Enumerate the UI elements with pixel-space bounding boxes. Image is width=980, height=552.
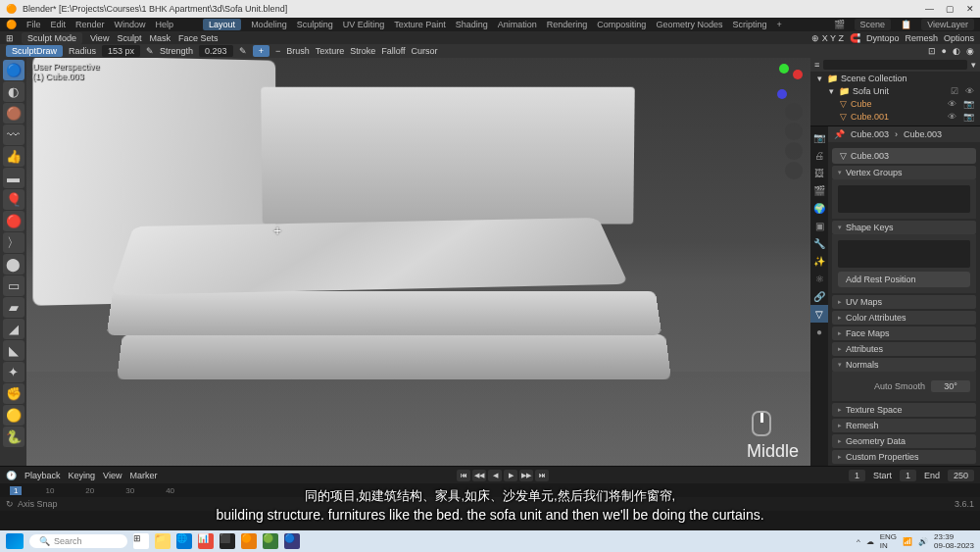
onedrive-icon[interactable]: ☁ [866, 537, 874, 546]
timeline-type-icon[interactable]: 🕐 [6, 471, 17, 480]
menu-facesets[interactable]: Face Sets [178, 33, 219, 43]
modifier-tab[interactable]: 🔧 [810, 234, 828, 252]
outliner-row[interactable]: ▾📁Sofa Unit☑ 👁 [810, 84, 980, 97]
falloff-menu[interactable]: Falloff [381, 46, 405, 56]
smooth-tool[interactable]: ⬤ [3, 254, 24, 275]
workspace-tab[interactable]: UV Editing [343, 20, 385, 29]
end-frame-field[interactable]: 250 [948, 470, 974, 481]
3d-viewport[interactable]: + User Perspective (1) Cube.003 Middle [26, 58, 810, 466]
workspace-tab[interactable]: Compositing [597, 20, 646, 29]
editor-type-icon[interactable]: ⊞ [6, 33, 14, 43]
shading-wireframe-icon[interactable]: ⊡ [928, 46, 936, 56]
edge-icon[interactable]: 🌐 [176, 533, 192, 549]
outliner-row[interactable]: ▾📁Scene Collection [810, 72, 980, 84]
mesh-data-tab[interactable]: ▽ [810, 305, 828, 323]
workspace-tab[interactable]: Scripting [732, 20, 766, 29]
workspace-tab[interactable]: Shading [456, 20, 488, 29]
filter-icon[interactable]: ▾ [971, 60, 976, 70]
marker-menu[interactable]: Marker [129, 471, 157, 480]
menu-file[interactable]: File [26, 20, 41, 29]
face-maps-panel[interactable]: ▸Face Maps [832, 326, 976, 340]
play-button[interactable]: ▶ [504, 470, 517, 481]
constraint-tab[interactable]: 🔗 [810, 287, 828, 305]
options-dropdown[interactable]: Options [944, 33, 974, 43]
scene-tab[interactable]: 🎬 [810, 181, 828, 199]
shading-solid-icon[interactable]: ● [942, 46, 947, 56]
workspace-tab[interactable]: Geometry Nodes [656, 20, 722, 29]
workspace-tab[interactable]: Modeling [251, 20, 287, 29]
workspace-tab[interactable]: Animation [498, 20, 537, 29]
dyntopo-toggle[interactable]: Dyntopo [866, 33, 900, 43]
current-frame-field[interactable]: 1 [849, 470, 865, 481]
menu-help[interactable]: Help [156, 20, 174, 29]
radius-field[interactable]: 153 px [102, 45, 140, 57]
menu-sculpt[interactable]: Sculpt [117, 33, 141, 43]
add-workspace-button[interactable]: + [776, 20, 781, 29]
taskview-icon[interactable]: ⊞ [133, 533, 149, 549]
axis-x-icon[interactable] [793, 70, 803, 79]
minimize-button[interactable]: — [925, 4, 934, 14]
keyframe-next-button[interactable]: ▶▶ [519, 470, 533, 481]
uv-maps-panel[interactable]: ▸UV Maps [832, 295, 976, 309]
clay-tool[interactable]: 🟤 [3, 103, 24, 124]
perspective-button[interactable] [785, 162, 803, 179]
menu-view[interactable]: View [90, 33, 109, 43]
app-icon[interactable]: 📊 [198, 533, 214, 549]
clock[interactable]: 23:3909-08-2023 [934, 532, 974, 550]
app-icon[interactable]: 🟢 [263, 533, 278, 549]
pressure-radius-icon[interactable]: ✎ [146, 46, 154, 56]
taskbar-search[interactable]: 🔍 Search [29, 534, 127, 548]
nav-gizmo[interactable] [767, 64, 803, 99]
texture-space-panel[interactable]: ▸Texture Space [832, 403, 976, 417]
remesh-panel[interactable]: ▸Remesh [832, 419, 976, 432]
axis-z-icon[interactable] [777, 89, 787, 99]
normals-panel[interactable]: ▾Normals [832, 358, 976, 372]
stroke-menu[interactable]: Stroke [350, 46, 375, 56]
maximize-button[interactable]: ▢ [946, 4, 955, 14]
keyframe-prev-button[interactable]: ◀◀ [472, 470, 486, 481]
outliner-row[interactable]: ▽Cube👁 📷 [810, 97, 980, 110]
direction-sub-button[interactable]: − [275, 46, 280, 56]
viewlayer-tab[interactable]: 🖼 [810, 164, 828, 181]
scene-selector[interactable]: Scene [855, 19, 892, 30]
jump-start-button[interactable]: ⏮ [457, 470, 470, 481]
playback-menu[interactable]: Playback [24, 471, 61, 480]
blender-taskbar-icon[interactable]: 🟠 [241, 533, 257, 549]
layer-tool[interactable]: ▬ [3, 168, 24, 188]
attributes-panel[interactable]: ▸Attributes [832, 342, 976, 356]
physics-tab[interactable]: ⚛ [810, 270, 828, 287]
geometry-data-panel[interactable]: ▸Geometry Data [832, 434, 976, 448]
camera-button[interactable] [785, 142, 803, 160]
breadcrumb-data[interactable]: Cube.003 [904, 129, 942, 139]
inflate-tool[interactable]: 🎈 [3, 189, 24, 210]
grab-tool[interactable]: ✊ [3, 383, 24, 404]
custom-properties-panel[interactable]: ▸Custom Properties [832, 450, 976, 464]
workspace-tab[interactable]: Rendering [547, 20, 588, 29]
outliner-row[interactable]: ▽Cube.001👁 📷 [810, 110, 980, 123]
tray-chevron-icon[interactable]: ^ [857, 537, 860, 546]
start-button[interactable] [6, 533, 24, 549]
workspace-tab[interactable]: Texture Paint [394, 20, 446, 29]
shading-matprev-icon[interactable]: ◐ [953, 46, 960, 56]
outliner-type-icon[interactable]: ≡ [814, 60, 819, 70]
vertex-groups-panel[interactable]: ▾Vertex Groups [832, 166, 976, 179]
output-tab[interactable]: 🖨 [810, 146, 828, 164]
multiplane-tool[interactable]: ◣ [3, 340, 24, 361]
start-frame-field[interactable]: 1 [900, 470, 916, 481]
wifi-icon[interactable]: 📶 [903, 537, 912, 546]
scrape-tool[interactable]: ◢ [3, 319, 24, 339]
clay-strips-tool[interactable]: 〰 [3, 125, 24, 145]
pan-button[interactable] [785, 123, 803, 140]
render-tab[interactable]: 📷 [810, 128, 828, 146]
brush-preset[interactable]: SculptDraw [6, 45, 63, 57]
cursor-menu[interactable]: Cursor [412, 46, 438, 56]
flatten-tool[interactable]: ▭ [3, 276, 24, 296]
view-menu[interactable]: View [103, 471, 122, 480]
brush-menu[interactable]: Brush [286, 46, 310, 56]
remesh-dropdown[interactable]: Remesh [905, 33, 938, 43]
draw-brush-tool[interactable]: 🔵 [3, 60, 24, 80]
play-reverse-button[interactable]: ◀ [488, 470, 502, 481]
viewlayer-selector[interactable]: ViewLayer [921, 19, 974, 30]
app-icon[interactable]: 🔵 [284, 533, 300, 549]
explorer-icon[interactable]: 📁 [155, 533, 171, 549]
